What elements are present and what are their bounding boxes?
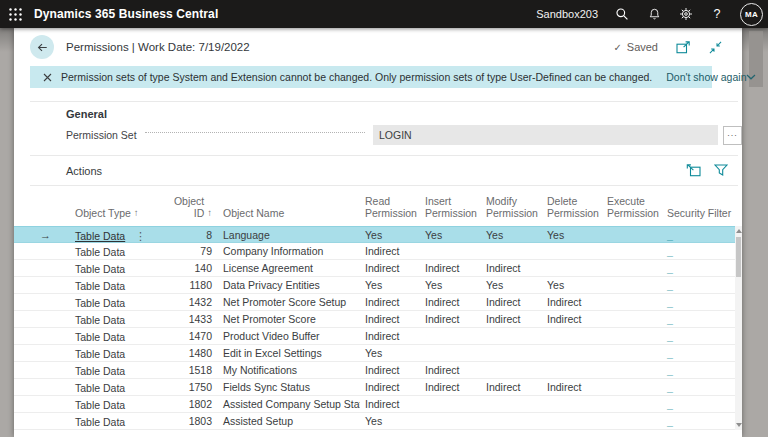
cell-object_name[interactable]: My Notifications <box>213 362 360 379</box>
table-row[interactable]: Table Data1802Assisted Company Setup Sta… <box>14 396 742 413</box>
actions-menu[interactable]: Actions <box>66 165 102 177</box>
cell-object_name[interactable]: Net Promoter Score Setup <box>213 294 360 311</box>
cell-execute[interactable] <box>604 345 662 362</box>
cell-modify[interactable] <box>482 328 543 345</box>
cell-object_name[interactable]: Product Video Buffer <box>213 328 360 345</box>
cell-delete[interactable] <box>543 413 604 430</box>
cell-object_name[interactable]: Company Information <box>213 243 360 260</box>
cell-security_filter[interactable]: _ <box>662 243 734 260</box>
cell-object_type[interactable]: Table Data <box>60 328 168 345</box>
cell-object_name[interactable]: Data Privacy Entities <box>213 277 360 294</box>
cell-read[interactable]: Yes <box>360 413 421 430</box>
cell-security_filter[interactable]: _ <box>662 345 734 362</box>
cell-modify[interactable] <box>482 396 543 413</box>
row-selector-cell[interactable] <box>14 243 60 260</box>
cell-modify[interactable] <box>482 345 543 362</box>
cell-insert[interactable]: Indirect <box>421 260 482 277</box>
cell-delete[interactable]: Indirect <box>543 379 604 396</box>
cell-object_name[interactable]: Language <box>213 227 360 244</box>
cell-read[interactable]: Indirect <box>360 379 421 396</box>
cell-object_type[interactable]: Table Data <box>60 379 168 396</box>
cell-object_id[interactable]: 79 <box>168 243 213 260</box>
cell-modify[interactable]: Yes <box>482 277 543 294</box>
cell-delete[interactable]: Yes <box>543 227 604 244</box>
cell-read[interactable]: Yes <box>360 345 421 362</box>
cell-insert[interactable]: Indirect <box>421 379 482 396</box>
cell-object_type[interactable]: Table Data <box>60 362 168 379</box>
cell-read[interactable]: Yes <box>360 277 421 294</box>
cell-modify[interactable]: Indirect <box>482 379 543 396</box>
table-row[interactable]: Table Data1518My NotificationsIndirectIn… <box>14 362 742 379</box>
cell-delete[interactable]: Indirect <box>543 294 604 311</box>
table-row[interactable]: Table Data140License AgreementIndirectIn… <box>14 260 742 277</box>
row-selector-cell[interactable] <box>14 260 60 277</box>
cell-object_type[interactable]: Table Data <box>60 413 168 430</box>
cell-insert[interactable]: Indirect <box>421 311 482 328</box>
cell-read[interactable]: Indirect <box>360 328 421 345</box>
cell-delete[interactable] <box>543 328 604 345</box>
cell-object_type[interactable]: Table Data <box>60 277 168 294</box>
row-selector-cell[interactable] <box>14 345 60 362</box>
table-row[interactable]: Table Data79Company InformationIndirect_ <box>14 243 742 260</box>
chevron-down-icon[interactable] <box>746 74 756 80</box>
cell-object_type[interactable]: Table Data <box>60 243 168 260</box>
open-in-new-window-icon[interactable] <box>676 41 691 54</box>
cell-execute[interactable] <box>604 243 662 260</box>
cell-execute[interactable] <box>604 362 662 379</box>
cell-object_type[interactable]: Table Data <box>60 345 168 362</box>
table-row[interactable]: Table Data1750Fields Sync StatusIndirect… <box>14 379 742 396</box>
row-selector-cell[interactable] <box>14 362 60 379</box>
cell-object_name[interactable]: Assisted Company Setup Status <box>213 396 360 413</box>
cell-security_filter[interactable]: _ <box>662 260 734 277</box>
cell-execute[interactable] <box>604 294 662 311</box>
cell-object_name[interactable]: Edit in Excel Settings <box>213 345 360 362</box>
cell-object_type[interactable]: Table Data <box>60 311 168 328</box>
cell-delete[interactable] <box>543 243 604 260</box>
cell-execute[interactable] <box>604 277 662 294</box>
cell-modify[interactable]: Indirect <box>482 294 543 311</box>
cell-object_id[interactable]: 1433 <box>168 311 213 328</box>
cell-execute[interactable] <box>604 379 662 396</box>
row-selector-cell[interactable] <box>14 396 60 413</box>
scroll-down-icon[interactable] <box>736 423 742 427</box>
cell-read[interactable]: Indirect <box>360 362 421 379</box>
cell-delete[interactable]: Yes <box>543 277 604 294</box>
cell-delete[interactable]: Indirect <box>543 311 604 328</box>
grid-col-modify[interactable]: Modify Permission <box>482 186 543 226</box>
grid-col-read[interactable]: Read Permission <box>360 186 421 226</box>
cell-security_filter[interactable]: _ <box>662 328 734 345</box>
table-row[interactable]: Table Data1180Data Privacy EntitiesYesYe… <box>14 277 742 294</box>
grid-col-object_type[interactable]: Object Type↑ <box>60 186 168 226</box>
grid-col-object_id[interactable]: Object ID↑ <box>168 186 213 226</box>
table-row[interactable]: Table Data1433Net Promoter ScoreIndirect… <box>14 311 742 328</box>
row-selector-cell[interactable] <box>14 277 60 294</box>
cell-insert[interactable]: Yes <box>421 277 482 294</box>
cell-delete[interactable] <box>543 345 604 362</box>
cell-read[interactable]: Indirect <box>360 396 421 413</box>
close-banner-icon[interactable] <box>43 73 52 82</box>
cell-object_type[interactable]: Table Data <box>60 294 168 311</box>
app-title[interactable]: Dynamics 365 Business Central <box>34 7 218 21</box>
cell-execute[interactable] <box>604 260 662 277</box>
cell-insert[interactable] <box>421 396 482 413</box>
cell-security_filter[interactable]: _ <box>662 227 734 244</box>
cell-execute[interactable] <box>604 328 662 345</box>
cell-insert[interactable] <box>421 413 482 430</box>
cell-object_id[interactable]: 140 <box>168 260 213 277</box>
cell-insert[interactable] <box>421 328 482 345</box>
grid-col-delete[interactable]: Delete Permission <box>543 186 604 226</box>
cell-object_type[interactable]: Table Data <box>60 396 168 413</box>
cell-execute[interactable] <box>604 311 662 328</box>
cell-modify[interactable]: Indirect <box>482 260 543 277</box>
cell-modify[interactable] <box>482 243 543 260</box>
table-row[interactable]: Table Data1470Product Video BufferIndire… <box>14 328 742 345</box>
cell-delete[interactable] <box>543 396 604 413</box>
cell-execute[interactable] <box>604 396 662 413</box>
back-button[interactable] <box>30 35 54 59</box>
assist-edit-button[interactable]: ... <box>723 126 742 145</box>
cell-modify[interactable]: Indirect <box>482 311 543 328</box>
cell-insert[interactable]: Indirect <box>421 294 482 311</box>
cell-object_id[interactable]: 1750 <box>168 379 213 396</box>
cell-insert[interactable] <box>421 345 482 362</box>
scroll-up-icon[interactable] <box>736 229 742 233</box>
